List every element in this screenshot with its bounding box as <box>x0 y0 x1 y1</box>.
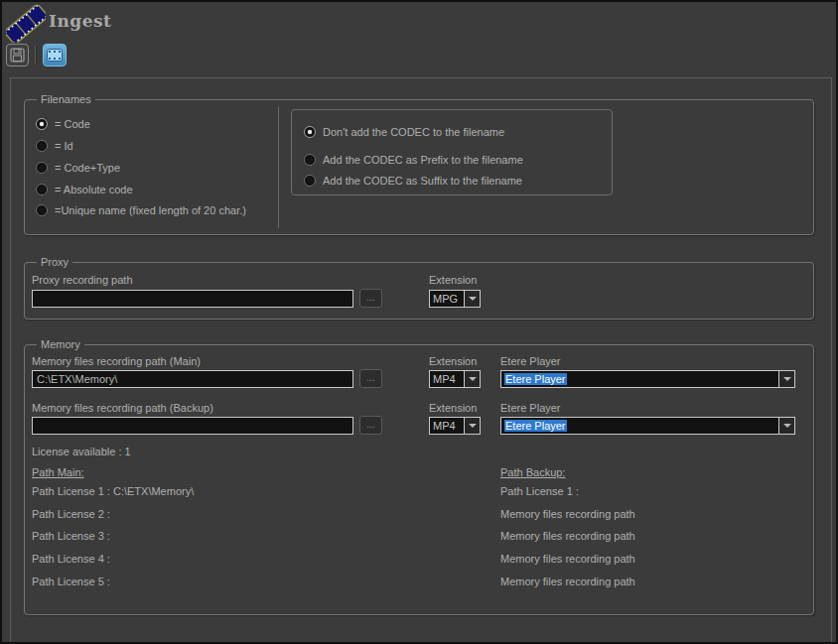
proxy-extension-label: Extension <box>429 274 477 286</box>
path-main-line-5: Path License 5 : <box>32 576 110 587</box>
chevron-down-icon <box>469 424 477 428</box>
license-available-text: License available : 1 <box>32 446 131 457</box>
path-main-line-1: Path License 1 : C:\ETX\Memory\ <box>32 485 194 497</box>
proxy-extension-value: MPG <box>430 291 464 307</box>
proxy-path-label: Proxy recording path <box>32 274 133 286</box>
toolbar-separator <box>35 46 36 64</box>
memory-backup-player-select[interactable]: Etere Player <box>500 417 795 435</box>
radio-option-id[interactable]: = Id <box>36 139 73 153</box>
proxy-extension-arrow[interactable] <box>464 291 480 307</box>
memory-main-extension-value: MP4 <box>430 371 464 387</box>
radio-code-label: = Code <box>55 118 90 130</box>
film-frame-icon <box>47 49 63 62</box>
memory-main-path-label: Memory files recording path (Main) <box>32 355 201 367</box>
radio-option-unique-name[interactable]: =Unique name (fixed length of 20 char.) <box>36 203 246 217</box>
filenames-legend: Filenames <box>37 93 95 105</box>
radio-codec-prefix-icon[interactable] <box>304 154 316 166</box>
memory-main-extension-label: Extension <box>429 355 477 367</box>
radio-code-type-icon[interactable] <box>36 162 48 174</box>
radio-code-icon[interactable] <box>36 118 48 130</box>
memory-backup-extension-value: MP4 <box>430 418 464 434</box>
chevron-down-icon <box>469 377 477 381</box>
radio-code-type-label: = Code+Type <box>55 162 120 174</box>
radio-codec-suffix[interactable]: Add the CODEC as Suffix to the filename <box>304 174 522 188</box>
path-backup-line-1: Path License 1 : <box>500 485 579 497</box>
filenames-divider <box>278 107 279 228</box>
path-backup-line-5: Memory files recording path <box>500 576 635 587</box>
path-main-heading: Path Main: <box>32 466 84 478</box>
path-backup-line-2: Memory files recording path <box>500 508 635 520</box>
film-strip-icon <box>6 5 46 43</box>
radio-option-absolute-code[interactable]: = Absolute code <box>36 183 133 196</box>
radio-id-icon[interactable] <box>36 140 48 152</box>
memory-backup-extension-arrow[interactable] <box>464 418 480 434</box>
memory-legend: Memory <box>37 338 84 350</box>
radio-absolute-code-label: = Absolute code <box>55 184 133 195</box>
save-floppy-icon <box>10 48 25 63</box>
memory-backup-extension-label: Extension <box>429 402 477 414</box>
app-icon <box>6 5 46 43</box>
proxy-extension-select[interactable]: MPG <box>429 290 481 308</box>
memory-backup-path-input[interactable] <box>32 417 353 435</box>
memory-main-player-value: Etere Player <box>504 373 567 385</box>
proxy-path-input[interactable] <box>32 290 353 308</box>
radio-unique-name-label: =Unique name (fixed length of 20 char.) <box>55 204 246 216</box>
path-backup-heading: Path Backup: <box>500 466 565 478</box>
memory-main-player-select[interactable]: Etere Player <box>500 370 795 388</box>
memory-backup-player-value: Etere Player <box>504 420 567 432</box>
radio-codec-none-icon[interactable] <box>304 126 316 138</box>
radio-absolute-code-icon[interactable] <box>36 184 48 195</box>
radio-codec-suffix-label: Add the CODEC as Suffix to the filename <box>323 175 522 187</box>
radio-unique-name-icon[interactable] <box>36 204 48 216</box>
path-main-line-4: Path License 4 : <box>32 553 110 565</box>
memory-main-player-label: Etere Player <box>500 355 561 367</box>
radio-codec-prefix[interactable]: Add the CODEC as Prefix to the filename <box>304 153 523 167</box>
codec-panel: Don't add the CODEC to the filename Add … <box>291 109 613 195</box>
memory-main-path-input[interactable] <box>32 370 353 388</box>
proxy-browse-button[interactable]: ... <box>359 289 382 308</box>
media-button[interactable] <box>43 44 67 66</box>
radio-codec-none[interactable]: Don't add the CODEC to the filename <box>304 125 504 139</box>
page-title: Ingest <box>49 11 111 31</box>
path-main-line-3: Path License 3 : <box>32 530 110 542</box>
radio-codec-prefix-label: Add the CODEC as Prefix to the filename <box>323 154 523 166</box>
chevron-down-icon <box>783 377 791 381</box>
memory-main-player-arrow[interactable] <box>778 371 794 387</box>
memory-main-extension-select[interactable]: MP4 <box>429 370 481 388</box>
memory-main-extension-arrow[interactable] <box>464 371 480 387</box>
path-backup-line-4: Memory files recording path <box>500 553 635 565</box>
memory-backup-player-label: Etere Player <box>500 402 561 414</box>
chevron-down-icon <box>783 424 791 428</box>
radio-codec-none-label: Don't add the CODEC to the filename <box>323 126 504 138</box>
ingest-window: Ingest Filenames = Code = Id = Code+Type <box>0 0 838 644</box>
radio-codec-suffix-icon[interactable] <box>304 175 316 187</box>
memory-backup-browse-button[interactable]: ... <box>359 416 382 435</box>
radio-option-code[interactable]: = Code <box>36 117 90 131</box>
path-main-line-2: Path License 2 : <box>32 508 110 520</box>
path-backup-line-3: Memory files recording path <box>500 530 635 542</box>
memory-main-browse-button[interactable]: ... <box>359 369 382 388</box>
proxy-legend: Proxy <box>37 256 72 268</box>
radio-option-code-type[interactable]: = Code+Type <box>36 161 120 175</box>
memory-backup-player-arrow[interactable] <box>778 418 794 434</box>
chevron-down-icon <box>469 297 477 301</box>
memory-backup-extension-select[interactable]: MP4 <box>429 417 481 435</box>
radio-id-label: = Id <box>55 140 73 152</box>
save-button[interactable] <box>6 44 29 66</box>
memory-backup-path-label: Memory files recording path (Backup) <box>32 402 213 414</box>
